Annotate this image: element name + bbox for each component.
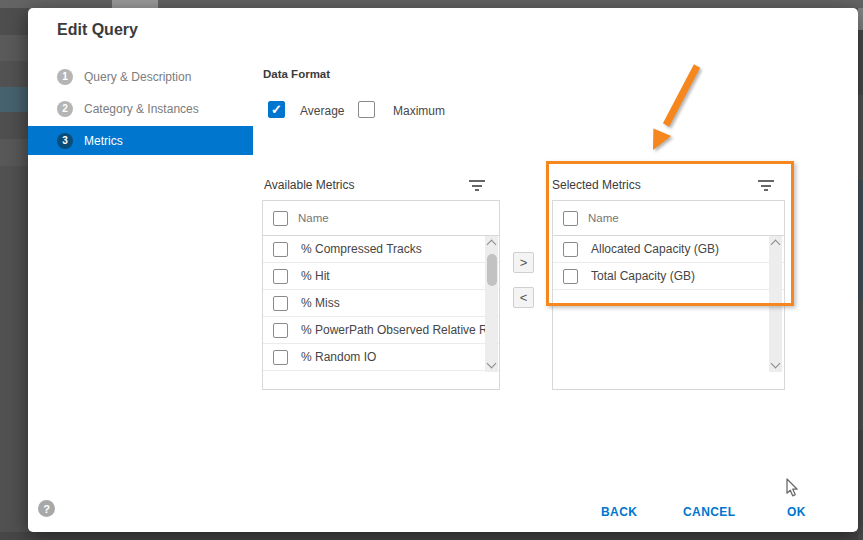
row-checkbox[interactable]: ✓ bbox=[273, 296, 288, 311]
step-category-instances[interactable]: 2 Category & Instances bbox=[28, 94, 253, 123]
filter-icon[interactable] bbox=[757, 180, 775, 193]
backdrop-right-b1 bbox=[858, 8, 863, 30]
cancel-button[interactable]: CANCEL bbox=[683, 505, 735, 519]
name-column-header: Name bbox=[298, 212, 329, 224]
scroll-down-icon[interactable] bbox=[771, 359, 781, 369]
backdrop-right-b2 bbox=[858, 95, 863, 180]
selected-metrics-list: ✓ Name ✓ Allocated Capacity (GB) ✓ Total… bbox=[552, 200, 785, 390]
metric-name: % Hit bbox=[301, 269, 330, 283]
backdrop-right-b4 bbox=[858, 300, 863, 430]
step-query-description[interactable]: 1 Query & Description bbox=[28, 62, 253, 91]
metric-name: % PowerPath Observed Relative RT bbox=[301, 323, 495, 337]
average-label: Average bbox=[300, 104, 344, 118]
step-2-label: Category & Instances bbox=[84, 102, 199, 116]
selected-metrics-title: Selected Metrics bbox=[552, 178, 641, 192]
row-checkbox[interactable]: ✓ bbox=[563, 242, 578, 257]
maximum-label: Maximum bbox=[393, 104, 445, 118]
row-checkbox[interactable]: ✓ bbox=[273, 323, 288, 338]
edit-query-dialog: Edit Query 1 Query & Description 2 Categ… bbox=[28, 8, 858, 532]
metric-name: % Compressed Tracks bbox=[301, 242, 422, 256]
step-metrics-active[interactable]: 3 Metrics bbox=[28, 126, 253, 155]
scroll-down-icon[interactable] bbox=[487, 359, 497, 369]
backdrop-right-b3 bbox=[858, 180, 863, 300]
list-item[interactable]: ✓ % Miss bbox=[263, 290, 499, 317]
backdrop-left-row1 bbox=[0, 8, 29, 35]
backdrop-left-row5 bbox=[0, 112, 29, 139]
list-item[interactable]: ✓ % PowerPath Observed Relative RT bbox=[263, 317, 499, 344]
annotation-arrow-icon bbox=[618, 53, 748, 168]
maximum-checkbox[interactable]: ✓ bbox=[358, 101, 375, 118]
list-item[interactable]: ✓ % Compressed Tracks bbox=[263, 236, 499, 263]
scroll-up-icon[interactable] bbox=[487, 240, 497, 250]
wizard-stepper: 1 Query & Description 2 Category & Insta… bbox=[28, 62, 253, 155]
list-item[interactable]: ✓ Allocated Capacity (GB) bbox=[553, 236, 784, 263]
dialog-title: Edit Query bbox=[57, 21, 138, 39]
scroll-thumb[interactable] bbox=[487, 254, 497, 286]
question-mark-icon: ? bbox=[43, 503, 50, 515]
list-item[interactable]: ✓ % Random IO bbox=[263, 344, 499, 371]
row-checkbox[interactable]: ✓ bbox=[273, 350, 288, 365]
scroll-up-icon[interactable] bbox=[771, 240, 781, 250]
select-all-selected-checkbox[interactable]: ✓ bbox=[563, 211, 578, 226]
backdrop-bottom bbox=[0, 532, 863, 540]
metric-name: % Miss bbox=[301, 296, 340, 310]
list-item[interactable]: ✓ Total Capacity (GB) bbox=[553, 263, 784, 290]
row-checkbox[interactable]: ✓ bbox=[273, 242, 288, 257]
check-icon: ✓ bbox=[269, 102, 284, 117]
average-checkbox[interactable]: ✓ bbox=[268, 101, 285, 118]
row-checkbox[interactable]: ✓ bbox=[563, 269, 578, 284]
available-metrics-list: ✓ Name ✓ % Compressed Tracks ✓ % Hit ✓ %… bbox=[262, 200, 500, 390]
help-button[interactable]: ? bbox=[38, 500, 55, 517]
available-list-header: ✓ Name bbox=[263, 201, 499, 236]
filter-icon[interactable] bbox=[468, 180, 486, 193]
backdrop-left-row3 bbox=[0, 61, 29, 87]
backdrop-left-row2 bbox=[0, 35, 29, 61]
back-button[interactable]: BACK bbox=[601, 505, 637, 519]
available-metrics-title: Available Metrics bbox=[264, 178, 354, 192]
move-to-selected-button[interactable]: > bbox=[513, 252, 534, 273]
step-1-label: Query & Description bbox=[84, 70, 191, 84]
backdrop-left-row-selected bbox=[0, 87, 29, 112]
metric-name: Total Capacity (GB) bbox=[591, 269, 695, 283]
row-checkbox[interactable]: ✓ bbox=[273, 269, 288, 284]
backdrop-left-row6 bbox=[0, 139, 29, 166]
list-item[interactable]: ✓ % Hit bbox=[263, 263, 499, 290]
selected-list-header: ✓ Name bbox=[553, 201, 784, 236]
selected-scrollbar[interactable] bbox=[769, 236, 782, 372]
step-3-circle: 3 bbox=[57, 133, 73, 149]
metric-name: Allocated Capacity (GB) bbox=[591, 242, 719, 256]
name-column-header: Name bbox=[588, 212, 619, 224]
metric-name: % Random IO bbox=[301, 350, 376, 364]
ok-button[interactable]: OK bbox=[787, 505, 806, 519]
step-2-circle: 2 bbox=[57, 101, 73, 117]
step-3-label: Metrics bbox=[84, 134, 123, 148]
backdrop-top-light bbox=[112, 0, 158, 8]
data-format-label: Data Format bbox=[263, 68, 330, 80]
available-scrollbar[interactable] bbox=[485, 236, 498, 372]
select-all-available-checkbox[interactable]: ✓ bbox=[273, 211, 288, 226]
move-to-available-button[interactable]: < bbox=[513, 287, 534, 308]
step-1-circle: 1 bbox=[57, 69, 73, 85]
